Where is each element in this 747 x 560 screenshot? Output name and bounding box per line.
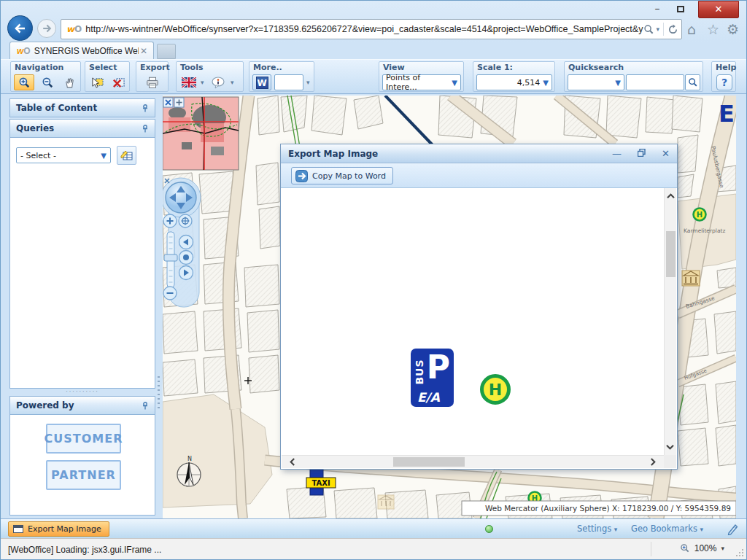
queries-pin-icon[interactable]	[142, 125, 149, 133]
query-select-dropdown[interactable]: - Select - ▼	[16, 147, 111, 163]
powered-by-header[interactable]: Powered by	[9, 396, 155, 415]
zoom-in-button[interactable]	[14, 74, 34, 90]
tab-favicon: wO	[17, 46, 31, 56]
toc-pin-icon[interactable]	[142, 104, 149, 112]
settings-gear-icon[interactable]: ⚙	[727, 20, 739, 38]
map-edge-letter: E	[719, 100, 735, 128]
select-features-button[interactable]	[88, 74, 107, 90]
info-dropdown-caret[interactable]: ▾	[231, 79, 234, 86]
language-dropdown-caret[interactable]: ▾	[201, 79, 204, 86]
scroll-up-arrow[interactable]	[665, 192, 676, 199]
toc-panel-header[interactable]: Table of Content	[9, 98, 155, 117]
customer-logo[interactable]: CUSTOMER	[46, 424, 121, 454]
nav-full-extent-button[interactable]	[179, 214, 192, 228]
scroll-right-arrow[interactable]	[647, 457, 659, 467]
tab-close-icon[interactable]: ✕	[139, 46, 149, 56]
quicksearch-input[interactable]	[626, 74, 684, 90]
app-taskbar: Export Map Image Settings ▾ Geo Bookmark…	[1, 518, 746, 538]
dialog-close-button[interactable]: ✕	[662, 149, 670, 158]
sidebar-splitter-handle[interactable]: ··········	[9, 390, 155, 396]
vertical-scroll-thumb[interactable]	[666, 231, 676, 277]
more-combo-input[interactable]	[274, 74, 303, 90]
scroll-left-arrow[interactable]	[286, 457, 298, 467]
new-tab-button[interactable]	[157, 44, 176, 59]
zoom-out-button[interactable]	[37, 74, 58, 90]
pan-button[interactable]	[59, 74, 80, 90]
quicksearch-button[interactable]	[685, 74, 700, 90]
browser-back-button[interactable]	[7, 15, 33, 41]
query-builder-button[interactable]	[117, 146, 136, 165]
dialog-map-preview[interactable]: BUS P E/A H	[282, 188, 664, 455]
scrollbar-corner	[664, 455, 676, 468]
coordinates-bar: Web Mercator (Auxiliary Sphere) X: 17182…	[462, 501, 736, 516]
quicksearch-dropdown[interactable]: ▼	[568, 74, 624, 90]
scale-dropdown[interactable]: 4,514 ▼	[476, 74, 552, 90]
view-dropdown[interactable]: Points of Intere... ▼	[382, 74, 461, 90]
browser-window: wO http://w-ws-wintner/WebOffice/synserv…	[0, 0, 747, 560]
word-export-button[interactable]: W	[252, 74, 271, 90]
browser-tab[interactable]: wO SYNERGIS WebOffice Web... ✕	[9, 42, 154, 59]
nav-zoom-in-button[interactable]	[163, 214, 177, 228]
window-close-button[interactable]: ✕	[698, 1, 739, 18]
url-text[interactable]: http://w-ws-wintner/WebOffice/synserver?…	[85, 24, 643, 34]
help-button[interactable]: ?	[716, 74, 732, 90]
redlining-pencil-icon[interactable]	[727, 522, 739, 537]
tools-group-label: Tools	[180, 63, 203, 72]
settings-label: Settings	[577, 524, 611, 534]
horizontal-scroll-thumb[interactable]	[393, 457, 465, 467]
geo-bookmarks-menu[interactable]: Geo Bookmarks ▾	[631, 524, 703, 534]
dialog-title: Export Map Image	[288, 149, 378, 159]
print-button[interactable]	[142, 74, 163, 90]
dialog-restore-button[interactable]	[638, 149, 646, 158]
nav-back-button[interactable]	[179, 236, 193, 249]
inset-close-button[interactable]	[163, 98, 173, 107]
zoom-slider-thumb[interactable]	[164, 254, 177, 261]
browser-forward-button[interactable]	[37, 19, 56, 38]
quicksearch-group-label: Quicksearch	[568, 63, 624, 72]
browser-titlebar: wO http://w-ws-wintner/WebOffice/synserv…	[1, 1, 746, 42]
window-minimize-button[interactable]: –	[649, 2, 666, 17]
settings-menu[interactable]: Settings ▾	[577, 524, 617, 534]
export-task-label: Export Map Image	[28, 524, 101, 534]
svg-text:H: H	[697, 211, 703, 219]
info-balloon-icon	[211, 77, 225, 89]
language-button[interactable]	[179, 74, 198, 90]
partner-logo[interactable]: PARTNER	[46, 460, 121, 490]
more-dropdown-caret[interactable]: ▾	[306, 79, 310, 86]
window-resize-grip[interactable]	[736, 549, 743, 556]
address-bar[interactable]: wO http://w-ws-wintner/WebOffice/synserv…	[61, 19, 682, 39]
overview-map-inset[interactable]	[163, 97, 239, 170]
dialog-titlebar[interactable]: Export Map Image — ✕	[281, 144, 677, 163]
browser-statusbar: [WebOffice] Loading: jsx3.gui.IFrame ...…	[1, 538, 746, 559]
url-search-icon[interactable]: ▾	[643, 24, 659, 35]
export-map-image-task-button[interactable]: Export Map Image	[8, 521, 109, 537]
toolbar-group-select: Select	[85, 61, 130, 92]
dialog-vertical-scrollbar[interactable]	[664, 188, 676, 455]
svg-text:Web Mercator (Auxiliary Sphere: Web Mercator (Auxiliary Sphere) X: 17182…	[485, 504, 731, 513]
dialog-horizontal-scrollbar[interactable]	[282, 455, 664, 468]
museum-icon-right	[682, 271, 700, 286]
quicksearch-magnifier-icon	[688, 77, 698, 88]
copy-map-to-word-button[interactable]: Copy Map to Word	[291, 167, 393, 184]
panel-map-splitter[interactable]	[155, 96, 163, 518]
bus-sign-bus-text: BUS	[414, 357, 425, 386]
clear-selection-button[interactable]	[109, 74, 128, 90]
nav-forward-button[interactable]	[179, 266, 193, 280]
info-button[interactable]	[209, 74, 228, 90]
favorites-star-icon[interactable]: ☆	[707, 20, 719, 38]
nav-center-button[interactable]	[179, 251, 193, 265]
home-icon[interactable]: ⌂	[687, 20, 696, 38]
map-navigation-control[interactable]	[163, 178, 201, 307]
nav-zoom-out-button[interactable]	[163, 287, 177, 300]
dialog-minimize-button[interactable]: —	[612, 149, 622, 158]
window-maximize-button[interactable]	[672, 2, 689, 17]
browser-zoom-control[interactable]: 100% ▾	[680, 543, 724, 553]
queries-panel-header[interactable]: Queries	[9, 119, 155, 138]
powered-by-pin-icon[interactable]	[142, 402, 149, 410]
dialog-toolbar: Copy Map to Word	[281, 163, 677, 188]
scroll-down-arrow[interactable]	[665, 444, 676, 451]
clear-selection-icon	[112, 77, 125, 89]
quicksearch-dropdown-arrow: ▼	[615, 79, 621, 87]
refresh-icon[interactable]	[667, 24, 678, 35]
inset-move-button[interactable]	[174, 98, 184, 107]
